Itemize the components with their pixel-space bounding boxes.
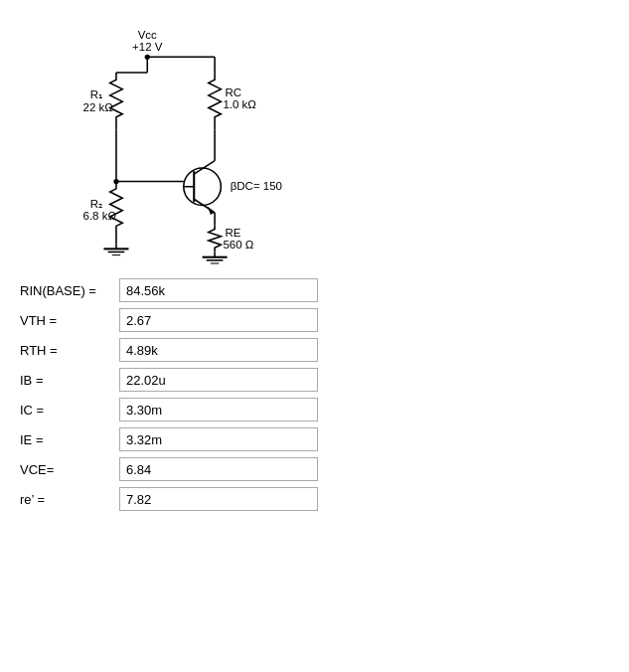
svg-text:+12 V: +12 V [132,41,163,53]
result-row: RIN(BASE) =84.56k [20,278,609,302]
result-row: IC =3.30m [20,398,609,421]
svg-text:560 Ω: 560 Ω [223,239,253,251]
result-row: VTH =2.67 [20,308,609,332]
result-label: RIN(BASE) = [20,283,119,298]
result-label: IB = [20,373,119,388]
result-value-box: 2.67 [119,308,318,332]
result-label: IE = [20,432,119,447]
result-label: VCE= [20,462,119,477]
svg-text:βDC= 150: βDC= 150 [231,180,282,192]
result-row: IB =22.02u [20,368,609,392]
result-row: RTH =4.89k [20,338,609,362]
result-value-box: 3.32m [119,427,318,451]
svg-point-15 [113,179,118,184]
svg-text:22 kΩ: 22 kΩ [83,101,114,113]
result-row: re’ =7.82 [20,487,609,511]
svg-text:R₁: R₁ [90,88,102,100]
svg-text:RE: RE [226,227,241,239]
result-value-box: 4.89k [119,338,318,362]
result-value-box: 3.30m [119,398,318,421]
result-label: RTH = [20,343,119,358]
result-value-box: 7.82 [119,487,318,511]
svg-text:Vcc: Vcc [138,29,157,41]
result-label: VTH = [20,313,119,328]
svg-text:RC: RC [226,86,242,98]
svg-text:1.0 kΩ: 1.0 kΩ [223,98,256,110]
svg-marker-25 [208,207,215,215]
result-value-box: 22.02u [119,368,318,392]
result-label: IC = [20,403,119,418]
result-value-box: 6.84 [119,457,318,481]
svg-text:R₂: R₂ [90,198,102,210]
svg-text:6.8 kΩ: 6.8 kΩ [83,210,117,222]
result-row: IE =3.32m [20,427,609,451]
results-area: RIN(BASE) =84.56kVTH =2.67RTH =4.89kIB =… [20,278,609,511]
result-label: re’ = [20,492,119,507]
circuit-diagram: Vcc +12 V R₁ 22 kΩ R₂ 6.8 kΩ [30,26,348,264]
result-value-box: 84.56k [119,278,318,302]
result-row: VCE=6.84 [20,457,609,481]
